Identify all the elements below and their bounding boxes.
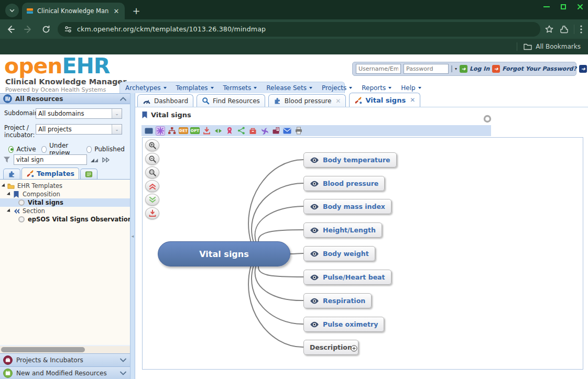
url-bar[interactable]: ckm.openehr.org/ckm/templates/1013.26.38…	[58, 22, 540, 37]
tab-close-icon[interactable]: ✕	[112, 7, 121, 15]
caret-icon[interactable]	[7, 192, 12, 196]
published-radio[interactable]	[86, 146, 92, 153]
tree-item-section[interactable]: Section	[0, 207, 130, 215]
projects-incubators-panel[interactable]: Projects & Incubators	[0, 353, 130, 366]
eye-icon[interactable]	[310, 157, 319, 163]
tab-archetypes[interactable]	[3, 169, 20, 179]
eye-icon[interactable]	[310, 298, 319, 304]
site-info-icon[interactable]	[64, 25, 72, 34]
caret-icon[interactable]	[7, 208, 12, 213]
mindmap-root-node[interactable]: Vital signs	[158, 241, 290, 266]
menu-reports[interactable]: Reports	[362, 84, 391, 92]
close-tab-icon[interactable]: ✕	[410, 96, 415, 104]
eye-icon[interactable]	[310, 274, 319, 281]
chevron-down-icon[interactable]	[119, 358, 127, 363]
archive-button[interactable]	[248, 126, 257, 136]
tree-item-epsos[interactable]: epSOS Vital Signs Observations 1.3.6.1	[0, 215, 130, 224]
new-tab-button[interactable]: +	[130, 4, 143, 17]
eye-icon[interactable]	[310, 251, 319, 257]
mindmap-node-pulse-heart-beat[interactable]: Pulse/Heart beat	[303, 270, 391, 285]
zoom-in-button[interactable]	[145, 139, 159, 151]
filter-apply-icon[interactable]	[90, 157, 99, 163]
export-button[interactable]	[271, 126, 280, 136]
project-select[interactable]: All projects⌄	[36, 124, 122, 135]
tree-item-ehr-templates[interactable]: EHR Templates	[0, 182, 130, 190]
mindmap-node-body-weight[interactable]: Body weight	[303, 246, 375, 261]
active-radio[interactable]	[8, 146, 14, 153]
extensions-icon[interactable]	[559, 25, 569, 34]
browser-tab[interactable]: Clinical Knowledge Manager ✕	[22, 3, 125, 19]
zoom-original-button[interactable]	[145, 166, 159, 179]
mail-button[interactable]	[282, 126, 292, 136]
chevron-down-icon[interactable]: ⌄	[112, 109, 122, 118]
caret-icon[interactable]	[2, 183, 6, 188]
mindmap-node-body-mass-index[interactable]: Body mass index	[303, 199, 391, 214]
tree-horizontal-scrollbar[interactable]	[0, 346, 130, 353]
new-modified-panel[interactable]: New and Modified Resources	[0, 366, 130, 379]
compress-button[interactable]	[213, 126, 223, 136]
splitter-handle-icon[interactable]: ◂	[132, 233, 134, 239]
eye-icon[interactable]	[310, 321, 319, 328]
mindmap-node-respiration[interactable]: Respiration	[303, 293, 372, 308]
maximize-button[interactable]	[560, 3, 567, 10]
eye-icon[interactable]	[310, 227, 319, 233]
eye-icon[interactable]	[310, 181, 319, 187]
remember-me-checkbox[interactable]	[451, 65, 452, 72]
panel-splitter[interactable]: ◂	[130, 93, 135, 379]
collapse-panel-icon[interactable]	[119, 96, 127, 102]
mindmap-node-body-temperature[interactable]: Body temperature	[303, 152, 397, 168]
eye-icon[interactable]	[310, 204, 319, 210]
close-tab-icon[interactable]: ✕	[335, 97, 341, 105]
tree-item-composition[interactable]: Composition	[0, 190, 130, 198]
chevron-down-icon[interactable]: ⌄	[112, 125, 122, 134]
mindmap-node-height-length[interactable]: Height/Length	[303, 222, 382, 238]
remember-dropdown-icon[interactable]: ▾	[455, 66, 457, 71]
menu-termsets[interactable]: Termsets	[223, 84, 257, 92]
download-button[interactable]	[202, 126, 211, 136]
pane-view-button[interactable]	[144, 126, 154, 136]
close-button[interactable]	[576, 3, 584, 10]
quality-ribbon-button[interactable]	[225, 126, 234, 136]
tab-search-button[interactable]	[5, 4, 19, 17]
sidebar-header[interactable]: All Resources	[0, 94, 130, 104]
det-button[interactable]: DET	[179, 126, 188, 136]
mindmap-canvas[interactable]: Vital signs Body temperature Blood press…	[142, 137, 583, 370]
register-link[interactable]: ➜Register	[579, 65, 588, 73]
collapse-all-button[interactable]	[145, 180, 159, 192]
forward-button[interactable]	[21, 22, 36, 37]
filter-input[interactable]	[14, 154, 87, 165]
browser-menu-icon[interactable]	[580, 25, 583, 34]
zoom-out-button[interactable]	[145, 153, 159, 165]
forgot-password-link[interactable]: ➜Forgot Your Password?	[492, 65, 576, 73]
back-button[interactable]	[3, 22, 18, 37]
subdomain-select[interactable]: All subdomains⌄	[36, 108, 122, 119]
tab-dashboard[interactable]: Dashboard	[137, 94, 193, 107]
menu-archetypes[interactable]: Archetypes	[125, 84, 167, 92]
download-map-button[interactable]	[145, 207, 159, 219]
mindmap-view-button[interactable]	[156, 126, 165, 136]
menu-templates[interactable]: Templates	[176, 84, 214, 92]
log-in-button[interactable]: ➜Log In	[460, 65, 489, 73]
scrollbar-thumb[interactable]	[1, 347, 85, 352]
reload-button[interactable]	[39, 22, 53, 37]
share-button[interactable]	[236, 126, 246, 136]
bookmark-star-icon[interactable]	[545, 25, 554, 34]
mindmap-node-pulse-oximetry[interactable]: Pulse oximetry	[303, 317, 384, 332]
sitemap-view-button[interactable]	[167, 126, 177, 136]
tab-blood-pressure[interactable]: Blood pressure✕	[268, 94, 346, 107]
menu-projects[interactable]: Projects	[322, 84, 352, 92]
print-button[interactable]	[294, 126, 303, 136]
openehr-logo[interactable]: openEHR	[4, 55, 110, 76]
expand-all-button[interactable]	[145, 194, 159, 206]
tree-item-vital-signs[interactable]: Vital signs	[0, 198, 130, 207]
expand-node-icon[interactable]	[351, 344, 357, 351]
chevron-down-icon[interactable]	[119, 371, 127, 376]
tab-termsets[interactable]	[80, 169, 97, 179]
username-field[interactable]	[356, 64, 401, 74]
under-review-radio[interactable]	[41, 146, 47, 153]
watch-button[interactable]	[259, 126, 269, 136]
tab-find-resources[interactable]: Find Resources	[197, 94, 265, 107]
minimize-button[interactable]	[543, 3, 550, 10]
menu-release-sets[interactable]: Release Sets	[266, 84, 312, 92]
mindmap-node-blood-pressure[interactable]: Blood pressure	[303, 176, 385, 191]
